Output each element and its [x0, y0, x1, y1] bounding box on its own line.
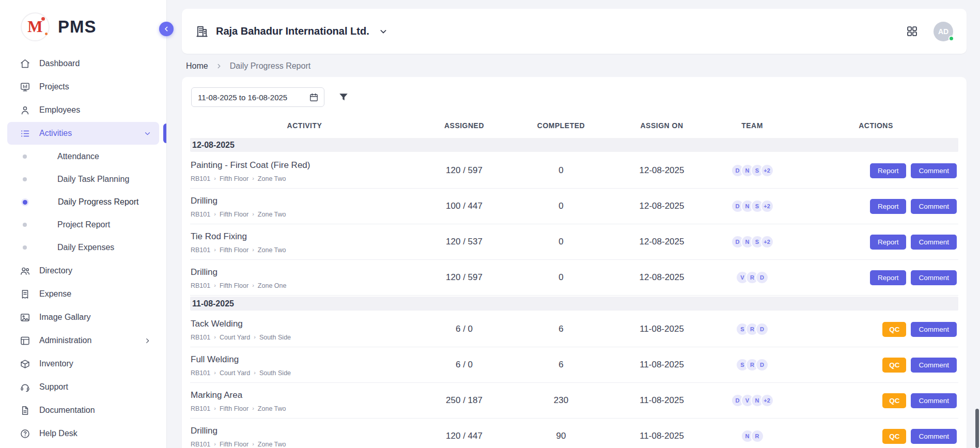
- sidebar-item-employees[interactable]: Employees: [7, 99, 159, 121]
- qc-button[interactable]: QC: [882, 393, 906, 408]
- location-segment: Court Yard: [220, 334, 250, 341]
- team-avatar[interactable]: R: [751, 429, 764, 443]
- sidebar-item-label: Dashboard: [39, 59, 80, 68]
- company-selector[interactable]: Raja Bahadur International Ltd.: [195, 25, 388, 38]
- qc-button[interactable]: QC: [882, 322, 906, 337]
- sidebar-item-administration[interactable]: Administration: [7, 329, 159, 352]
- assign-on-value: 12-08-2025: [613, 165, 711, 176]
- company-name: Raja Bahadur International Ltd.: [216, 25, 369, 37]
- team-cell: SRD: [711, 322, 794, 336]
- date-group-header: 12-08-2025: [190, 138, 958, 152]
- sidebar-item-label: Image Gallary: [39, 313, 91, 322]
- user-avatar[interactable]: AD: [934, 22, 953, 41]
- comment-button[interactable]: Comment: [911, 358, 957, 373]
- vertical-scrollbar-thumb[interactable]: [975, 409, 979, 448]
- assign-on-value: 12-08-2025: [613, 237, 711, 247]
- filter-row: 11-08-2025 to 16-08-2025: [190, 87, 958, 107]
- assign-on-value: 11-08-2025: [613, 395, 711, 406]
- assign-on-value: 11-08-2025: [613, 431, 711, 441]
- inventory-icon: [20, 359, 30, 369]
- qc-button[interactable]: QC: [882, 358, 906, 373]
- logo[interactable]: M PMS: [0, 0, 166, 51]
- activity-cell: Marking Area RB101›Fifth Floor›Zone Two: [190, 389, 419, 412]
- bullet-icon: [23, 200, 27, 205]
- sidebar-collapse-button[interactable]: [159, 22, 174, 36]
- column-header-team: TEAM: [711, 121, 794, 130]
- report-button[interactable]: Report: [870, 199, 907, 214]
- chevron-right-icon: ›: [252, 283, 254, 288]
- report-button[interactable]: Report: [870, 163, 907, 178]
- completed-value: 90: [509, 431, 613, 441]
- activity-row: Drilling RB101›Fifth Floor›Zone Two 100 …: [190, 189, 958, 224]
- breadcrumb-home-link[interactable]: Home: [186, 61, 208, 71]
- team-avatar[interactable]: D: [755, 271, 769, 284]
- sidebar-item-dashboard[interactable]: Dashboard: [7, 52, 159, 75]
- activity-location: RB101›Fifth Floor›Zone Two: [191, 211, 419, 218]
- column-header-assigned: ASSIGNED: [419, 121, 509, 130]
- team-avatar[interactable]: D: [755, 322, 769, 336]
- activity-title: Full Welding: [191, 354, 419, 365]
- team-extra-count[interactable]: +2: [760, 199, 774, 213]
- activity-cell: Full Welding RB101›Court Yard›South Side: [190, 353, 419, 377]
- comment-button[interactable]: Comment: [911, 322, 957, 337]
- assign-on-value: 11-08-2025: [613, 360, 711, 370]
- comment-button[interactable]: Comment: [911, 429, 957, 444]
- chevron-right-icon: ›: [214, 283, 216, 288]
- location-segment: Fifth Floor: [220, 246, 248, 254]
- sidebar-item-label: Help Desk: [39, 429, 77, 438]
- activity-cell: Painting - First Coat (Fire Red) RB101›F…: [190, 159, 419, 182]
- comment-button[interactable]: Comment: [911, 199, 957, 214]
- chevron-right-icon: ›: [252, 176, 254, 181]
- activity-row: Tack Welding RB101›Court Yard›South Side…: [190, 312, 958, 347]
- employees-icon: [20, 105, 30, 116]
- documentation-icon: [20, 405, 30, 416]
- location-segment: Fifth Floor: [220, 175, 248, 182]
- comment-button[interactable]: Comment: [911, 270, 957, 285]
- sidebar-item-help-desk[interactable]: Help Desk: [7, 422, 159, 445]
- qc-button[interactable]: QC: [882, 429, 906, 444]
- sidebar-item-image-gallary[interactable]: Image Gallary: [7, 306, 159, 329]
- sidebar-item-activities[interactable]: Activities: [7, 122, 159, 145]
- sidebar-subitem-project-report[interactable]: Project Report: [7, 213, 159, 236]
- comment-button[interactable]: Comment: [911, 235, 957, 250]
- sidebar-subitem-daily-progress-report[interactable]: Daily Progress Report: [7, 191, 159, 213]
- activity-row: Full Welding RB101›Court Yard›South Side…: [190, 347, 958, 383]
- activity-cell: Tie Rod Fixing RB101›Fifth Floor›Zone Tw…: [190, 230, 419, 254]
- sidebar-item-expense[interactable]: Expense: [7, 283, 159, 305]
- report-button[interactable]: Report: [870, 235, 907, 250]
- team-extra-count[interactable]: +2: [760, 235, 774, 249]
- sidebar-item-support[interactable]: Support: [7, 376, 159, 398]
- team-cell: DVN+2: [711, 394, 794, 407]
- sidebar-item-label: Activities: [39, 129, 72, 138]
- sidebar-subitem-daily-task-planning[interactable]: Daily Task Planning: [7, 168, 159, 191]
- sidebar: M PMS DashboardProjectsEmployeesActiviti…: [0, 0, 167, 448]
- assigned-value: 120 / 447: [419, 431, 509, 441]
- team-extra-count[interactable]: +2: [760, 394, 774, 407]
- comment-button[interactable]: Comment: [911, 163, 957, 178]
- location-segment: Zone One: [258, 282, 287, 289]
- team-cell: DNS+2: [711, 164, 794, 177]
- team-extra-count[interactable]: +2: [760, 164, 774, 177]
- assign-on-value: 11-08-2025: [613, 324, 711, 334]
- activity-cell: Drilling RB101›Fifth Floor›Zone One: [190, 266, 419, 289]
- sidebar-item-documentation[interactable]: Documentation: [7, 399, 159, 422]
- team-avatar[interactable]: D: [755, 358, 769, 372]
- filter-funnel-icon[interactable]: [338, 91, 349, 103]
- actions-cell: QCComment: [794, 429, 958, 444]
- completed-value: 0: [509, 165, 613, 176]
- table-header-row: ACTIVITYASSIGNEDCOMPLETEDASSIGN ONTEAMAC…: [190, 114, 958, 137]
- sidebar-subitem-attendance[interactable]: Attendance: [7, 145, 159, 168]
- comment-button[interactable]: Comment: [911, 393, 957, 408]
- apps-grid-icon[interactable]: [906, 25, 918, 37]
- sidebar-item-inventory[interactable]: Inventory: [7, 352, 159, 375]
- sidebar-item-projects[interactable]: Projects: [7, 75, 159, 98]
- sidebar-subitem-daily-expenses[interactable]: Daily Expenses: [7, 236, 159, 259]
- sidebar-item-directory[interactable]: Directory: [7, 259, 159, 282]
- calendar-icon: [309, 92, 319, 102]
- location-segment: RB101: [191, 369, 210, 377]
- date-range-input[interactable]: 11-08-2025 to 16-08-2025: [191, 87, 324, 107]
- chevron-right-icon: ›: [214, 441, 216, 447]
- report-button[interactable]: Report: [870, 270, 907, 285]
- location-segment: Zone Two: [258, 441, 286, 448]
- assigned-value: 100 / 447: [419, 201, 509, 211]
